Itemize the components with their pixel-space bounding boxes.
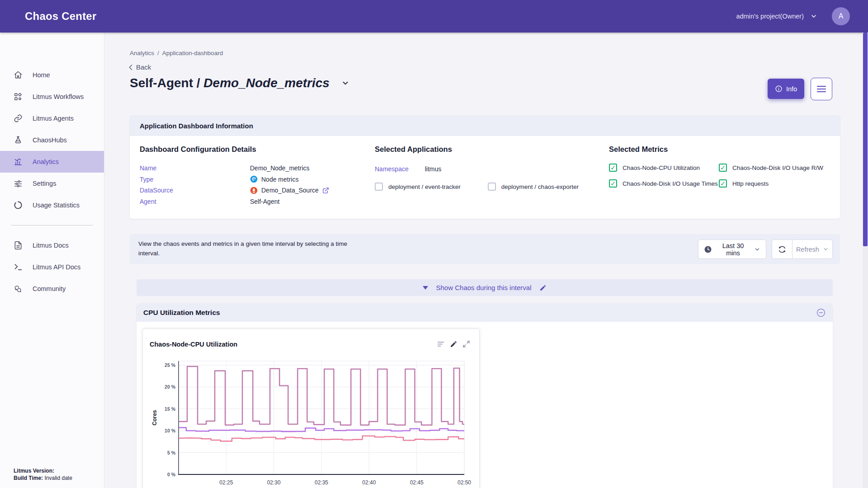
config-value: Node metrics bbox=[250, 175, 298, 183]
collapse-panel-icon[interactable] bbox=[816, 308, 826, 317]
chart-edit-pencil-icon[interactable] bbox=[450, 340, 458, 348]
config-row-name: NameDemo_Node_metrics bbox=[140, 163, 329, 174]
sidebar-item-litmus-api-docs[interactable]: Litmus API Docs bbox=[0, 256, 104, 278]
refresh-now-button[interactable] bbox=[772, 240, 793, 258]
community-icon bbox=[14, 284, 23, 293]
chaoshub-icon bbox=[14, 136, 23, 145]
checkbox-item: ✓Chaos-Node-Disk I/O Usage Times bbox=[609, 179, 719, 188]
scrollbar-thumb[interactable] bbox=[863, 33, 868, 246]
cpu-utilization-metrics-panel: CPU Utilization Metrics Chaos-Node-CPU U… bbox=[137, 303, 833, 488]
panel-header: Application Dashboard Information bbox=[130, 115, 840, 136]
checkbox-label: Chaos-Node-CPU Utilization bbox=[623, 164, 700, 171]
checked-checkbox[interactable]: ✓ bbox=[609, 179, 617, 188]
back-button[interactable]: Back bbox=[128, 63, 151, 71]
sidebar-item-label: ChaosHubs bbox=[33, 136, 67, 144]
info-button[interactable]: Info bbox=[768, 79, 804, 99]
breadcrumb-application-dashboard[interactable]: Application-dashboard bbox=[162, 50, 223, 56]
agent-name: Self-Agent / bbox=[130, 76, 203, 90]
dashboard-menu-button[interactable] bbox=[811, 78, 832, 100]
show-chaos-toggle[interactable]: Show Chaos during this interval bbox=[137, 279, 833, 296]
build-time-label: Build Time: bbox=[14, 475, 43, 481]
sidebar-divider bbox=[11, 225, 93, 225]
config-row-agent: AgentSelf-Agent bbox=[140, 196, 329, 207]
sidebar-main-nav: HomeLitmus WorkflowsLitmus AgentsChaosHu… bbox=[0, 64, 104, 216]
node-metrics-icon bbox=[250, 175, 258, 183]
time-range-selector[interactable]: Last 30 mins bbox=[698, 239, 766, 259]
sidebar-item-home[interactable]: Home bbox=[0, 64, 104, 86]
sidebar-item-litmus-agents[interactable]: Litmus Agents bbox=[0, 108, 104, 129]
sidebar: HomeLitmus WorkflowsLitmus AgentsChaosHu… bbox=[0, 33, 104, 488]
analytics-icon bbox=[14, 157, 23, 166]
checkbox-label: Http requests bbox=[732, 180, 769, 187]
page-scrollbar[interactable] bbox=[863, 33, 868, 488]
avatar[interactable]: A bbox=[832, 7, 850, 25]
selected-applications-title: Selected Applications bbox=[375, 145, 579, 154]
svg-text:02:35: 02:35 bbox=[315, 479, 328, 486]
top-header: Chaos Center admin's project(Owner) A bbox=[0, 0, 868, 33]
chevron-down-icon[interactable] bbox=[810, 13, 817, 20]
config-row-datasource: DataSourceDemo_Data_Source bbox=[140, 185, 329, 196]
breadcrumb: Analytics/Application-dashboard bbox=[130, 50, 223, 56]
chart-title: Chaos-Node-CPU Utilization bbox=[150, 341, 237, 348]
time-interval-description: View the chaos events and metrics in a g… bbox=[138, 239, 351, 258]
checkbox-label: Chaos-Node-Disk I/O Usage Times bbox=[623, 180, 718, 187]
breadcrumb-analytics[interactable]: Analytics bbox=[130, 50, 154, 56]
sidebar-item-litmus-workflows[interactable]: Litmus Workflows bbox=[0, 86, 104, 108]
sidebar-item-label: Litmus API Docs bbox=[33, 263, 80, 271]
refresh-controls: Refresh bbox=[772, 239, 833, 259]
namespace-label: Namespace bbox=[375, 165, 409, 173]
config-value: Demo_Node_metrics bbox=[250, 164, 310, 172]
chevron-down-icon bbox=[823, 246, 829, 252]
version-info: Litmus Version: Build Time: Invalid date bbox=[14, 467, 72, 482]
sidebar-item-analytics[interactable]: Analytics bbox=[0, 151, 104, 173]
sidebar-item-chaoshubs[interactable]: ChaosHubs bbox=[0, 129, 104, 151]
api-docs-icon bbox=[14, 263, 23, 272]
checkbox-label: deployment / chaos-exporter bbox=[501, 183, 579, 190]
chart-legend-icon[interactable] bbox=[437, 340, 445, 348]
cpu-panel-title: CPU Utilization Metrics bbox=[143, 309, 220, 317]
chevron-left-icon bbox=[128, 64, 133, 70]
sidebar-item-usage-statistics[interactable]: Usage Statistics bbox=[0, 194, 104, 216]
sidebar-secondary-nav: Litmus DocsLitmus API DocsCommunity bbox=[0, 235, 104, 300]
checkbox-item: deployment / chaos-exporter bbox=[488, 183, 579, 191]
svg-text:02:50: 02:50 bbox=[458, 479, 471, 486]
sidebar-item-label: Litmus Workflows bbox=[33, 93, 84, 100]
checked-checkbox[interactable]: ✓ bbox=[719, 164, 727, 172]
dashboard-switcher-chevron-icon[interactable] bbox=[341, 79, 349, 87]
config-value: Demo_Data_Source bbox=[250, 187, 329, 194]
sidebar-item-settings[interactable]: Settings bbox=[0, 173, 104, 194]
checked-checkbox[interactable]: ✓ bbox=[609, 164, 617, 172]
external-link-icon[interactable] bbox=[322, 187, 329, 194]
show-chaos-label: Show Chaos during this interval bbox=[436, 284, 532, 291]
selected-metrics-title: Selected Metrics bbox=[609, 145, 823, 154]
sidebar-item-label: Settings bbox=[33, 180, 56, 187]
back-label: Back bbox=[136, 63, 151, 71]
application-dashboard-information-panel: Application Dashboard Information Dashbo… bbox=[130, 115, 840, 219]
docs-icon bbox=[14, 241, 23, 250]
config-label: DataSource bbox=[140, 187, 250, 194]
app-title: Chaos Center bbox=[25, 10, 96, 23]
sidebar-item-label: Litmus Docs bbox=[33, 242, 69, 249]
selected-metrics: Selected Metrics ✓Chaos-Node-CPU Utiliza… bbox=[609, 145, 823, 188]
unchecked-checkbox[interactable] bbox=[488, 183, 496, 191]
page-title: Self-Agent / Demo_Node_metrics bbox=[130, 76, 349, 90]
refresh-interval-dropdown[interactable]: Refresh bbox=[793, 240, 832, 258]
unchecked-checkbox[interactable] bbox=[375, 183, 383, 191]
checkbox-item: ✓Chaos-Node-CPU Utilization bbox=[609, 164, 719, 172]
cpu-utilization-chart[interactable]: 0 %5 %10 %15 %20 %25 %02:2502:3002:3502:… bbox=[143, 351, 480, 488]
edit-pencil-icon[interactable] bbox=[539, 284, 547, 291]
info-button-label: Info bbox=[786, 85, 797, 93]
sidebar-item-community[interactable]: Community bbox=[0, 278, 104, 300]
workflows-icon bbox=[14, 92, 23, 101]
prometheus-icon bbox=[250, 187, 258, 194]
panel-title: Application Dashboard Information bbox=[140, 122, 253, 130]
checkbox-label: deployment / event-tracker bbox=[388, 183, 461, 190]
project-selector-label[interactable]: admin's project(Owner) bbox=[736, 13, 804, 20]
svg-text:15 %: 15 % bbox=[165, 406, 176, 412]
checkbox-item: ✓Chaos-Node-Disk I/O Usage R/W bbox=[719, 164, 823, 172]
chart-expand-icon[interactable] bbox=[462, 340, 470, 348]
svg-text:10 %: 10 % bbox=[165, 428, 176, 433]
clock-icon bbox=[704, 245, 712, 253]
checked-checkbox[interactable]: ✓ bbox=[719, 179, 727, 188]
sidebar-item-litmus-docs[interactable]: Litmus Docs bbox=[0, 235, 104, 256]
